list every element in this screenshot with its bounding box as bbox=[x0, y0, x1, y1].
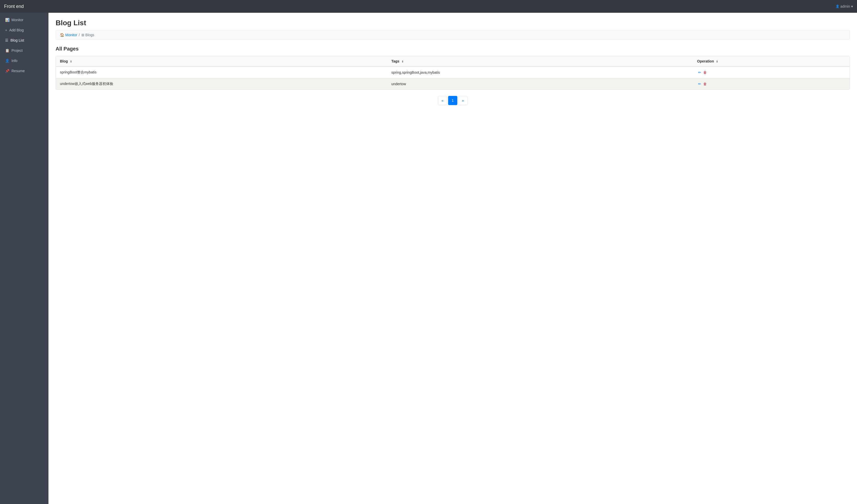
col-header-operation[interactable]: Operation ⇕ bbox=[693, 56, 850, 67]
cell-tags: undertow bbox=[387, 78, 693, 90]
col-header-tags[interactable]: Tags ⇕ bbox=[387, 56, 693, 67]
sidebar-label-monitor: Monitor bbox=[12, 18, 23, 22]
blog-sort-icon: ⇕ bbox=[70, 60, 72, 63]
sidebar-label-resume: Resume bbox=[12, 69, 25, 73]
operation-sort-icon: ⇕ bbox=[716, 60, 718, 63]
sidebar-item-blog-list[interactable]: ☰ Blog List bbox=[0, 35, 48, 46]
breadcrumb-current: ⊞ Blogs bbox=[81, 33, 95, 37]
blog-table-container: Blog ⇕ Tags ⇕ Operation ⇕ bbox=[56, 56, 850, 90]
pagination-page-1[interactable]: 1 bbox=[448, 96, 457, 105]
navbar: Front end admin ▾ bbox=[0, 0, 857, 13]
sidebar-label-project: Project bbox=[12, 48, 23, 52]
sidebar-label-add-blog: Add Blog bbox=[9, 28, 24, 32]
page-title: Blog List bbox=[56, 19, 850, 27]
list-icon: ☰ bbox=[5, 38, 9, 42]
blog-table: Blog ⇕ Tags ⇕ Operation ⇕ bbox=[56, 56, 850, 89]
breadcrumb-home-label: Monitor bbox=[65, 33, 77, 37]
cell-operation: ✏🗑 bbox=[693, 67, 850, 78]
cell-tags: spring,springBoot,java,mybatis bbox=[387, 67, 693, 78]
breadcrumb: 🏠 Monitor / ⊞ Blogs bbox=[56, 30, 850, 40]
breadcrumb-current-label: Blogs bbox=[85, 33, 95, 37]
col-header-blog[interactable]: Blog ⇕ bbox=[56, 56, 387, 67]
sidebar-item-project[interactable]: 📋 Project bbox=[0, 46, 48, 56]
edit-button[interactable]: ✏ bbox=[697, 81, 702, 86]
breadcrumb-separator: / bbox=[79, 33, 80, 37]
user-menu[interactable]: admin ▾ bbox=[836, 4, 853, 9]
dropdown-icon: ▾ bbox=[851, 4, 853, 9]
col-operation-label: Operation bbox=[697, 59, 714, 63]
table-header: Blog ⇕ Tags ⇕ Operation ⇕ bbox=[56, 56, 850, 67]
sidebar-item-resume[interactable]: 📌 Resume bbox=[0, 66, 48, 76]
table-body: springBoot整合mybatisspring,springBoot,jav… bbox=[56, 67, 850, 89]
info-icon: 👤 bbox=[5, 58, 10, 63]
cell-blog: springBoot整合mybatis bbox=[56, 67, 387, 78]
cell-operation: ✏🗑 bbox=[693, 78, 850, 90]
breadcrumb-home[interactable]: 🏠 Monitor bbox=[60, 33, 77, 37]
sidebar-label-info: Info bbox=[12, 58, 17, 63]
user-name: admin bbox=[840, 4, 850, 9]
home-icon: 🏠 bbox=[60, 33, 64, 37]
blogs-icon: ⊞ bbox=[81, 33, 84, 37]
col-blog-label: Blog bbox=[60, 59, 68, 63]
table-row: undertow嵌入式web服务器初体验undertow✏🗑 bbox=[56, 78, 850, 90]
layout: 📊 Monitor + Add Blog ☰ Blog List 📋 Proje… bbox=[0, 13, 857, 504]
tags-sort-icon: ⇕ bbox=[401, 60, 403, 63]
main-content: Blog List 🏠 Monitor / ⊞ Blogs All Pages … bbox=[48, 13, 857, 504]
sidebar-item-add-blog[interactable]: + Add Blog bbox=[0, 25, 48, 35]
monitor-icon: 📊 bbox=[5, 18, 10, 22]
table-row: springBoot整合mybatisspring,springBoot,jav… bbox=[56, 67, 850, 78]
resume-icon: 📌 bbox=[5, 69, 10, 73]
sidebar-label-blog-list: Blog List bbox=[11, 38, 24, 42]
pagination-prev[interactable]: « bbox=[438, 96, 447, 105]
edit-button[interactable]: ✏ bbox=[697, 70, 702, 75]
pagination-next[interactable]: » bbox=[458, 96, 468, 105]
sidebar-item-info[interactable]: 👤 Info bbox=[0, 56, 48, 66]
add-icon: + bbox=[5, 28, 7, 32]
pagination: « 1 » bbox=[56, 96, 850, 105]
cell-blog: undertow嵌入式web服务器初体验 bbox=[56, 78, 387, 90]
section-title: All Pages bbox=[56, 46, 850, 52]
delete-button[interactable]: 🗑 bbox=[702, 81, 708, 86]
delete-button[interactable]: 🗑 bbox=[702, 70, 708, 75]
navbar-brand[interactable]: Front end bbox=[4, 4, 24, 9]
sidebar-item-monitor[interactable]: 📊 Monitor bbox=[0, 15, 48, 25]
project-icon: 📋 bbox=[5, 48, 10, 52]
sidebar: 📊 Monitor + Add Blog ☰ Blog List 📋 Proje… bbox=[0, 13, 48, 504]
col-tags-label: Tags bbox=[391, 59, 399, 63]
